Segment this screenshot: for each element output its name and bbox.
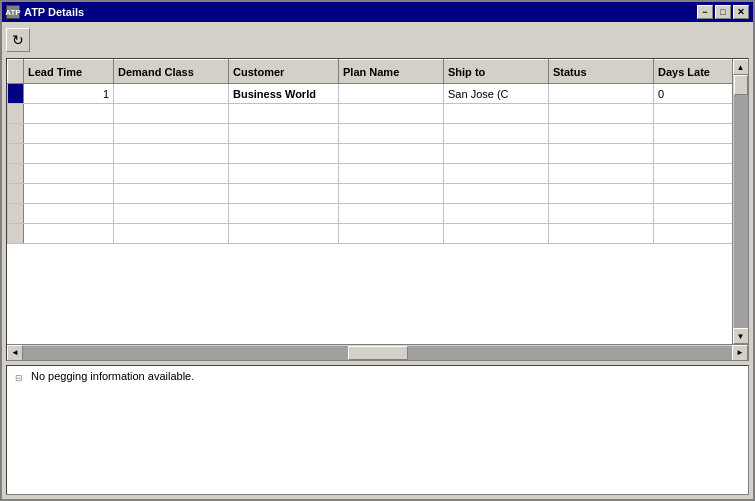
- cell-lead_time: [24, 104, 114, 124]
- cell-demand_class: [114, 124, 229, 144]
- pegging-icon: ⊟: [11, 370, 27, 386]
- close-button[interactable]: ✕: [733, 5, 749, 19]
- maximize-button[interactable]: □: [715, 5, 731, 19]
- cell-status: [549, 104, 654, 124]
- cell-ship_to: [444, 104, 549, 124]
- refresh-icon: ↻: [12, 32, 24, 48]
- table-row[interactable]: [8, 164, 733, 184]
- cell-days_late: [654, 144, 733, 164]
- cell-plan_name: [339, 164, 444, 184]
- cell-ship_to: [444, 204, 549, 224]
- table-row[interactable]: [8, 204, 733, 224]
- cell-days_late: 0: [654, 84, 733, 104]
- horizontal-scrollbar[interactable]: ◄ ►: [7, 344, 748, 360]
- cell-lead_time: [24, 184, 114, 204]
- cell-lead_time: [24, 164, 114, 184]
- cell-customer: [229, 224, 339, 244]
- scroll-right-button[interactable]: ►: [732, 345, 748, 361]
- cell-customer: [229, 104, 339, 124]
- cell-plan_name: [339, 204, 444, 224]
- cell-status: [549, 144, 654, 164]
- table-row[interactable]: 1Business WorldSan Jose (C0A: [8, 84, 733, 104]
- cell-plan_name: [339, 224, 444, 244]
- cell-demand_class: [114, 104, 229, 124]
- scroll-track-horizontal[interactable]: [23, 346, 732, 360]
- cell-days_late: [654, 224, 733, 244]
- scroll-track-vertical[interactable]: [734, 75, 748, 328]
- cell-customer: [229, 204, 339, 224]
- header-days-late[interactable]: Days Late: [654, 60, 733, 84]
- toolbar: ↻: [6, 26, 749, 54]
- cell-customer: [229, 164, 339, 184]
- header-plan-name[interactable]: Plan Name: [339, 60, 444, 84]
- table-inner: Lead Time Demand Class Customer Plan Nam…: [7, 59, 732, 344]
- title-bar-left: ATP ATP Details: [6, 5, 84, 19]
- cell-customer: Business World: [229, 84, 339, 104]
- cell-customer: [229, 124, 339, 144]
- table-row[interactable]: [8, 224, 733, 244]
- refresh-button[interactable]: ↻: [6, 28, 30, 52]
- cell-status: [549, 84, 654, 104]
- cell-demand_class: [114, 224, 229, 244]
- table-row[interactable]: [8, 144, 733, 164]
- cell-plan_name: [339, 104, 444, 124]
- cell-days_late: [654, 104, 733, 124]
- cell-demand_class: [114, 184, 229, 204]
- header-ship-to[interactable]: Ship to: [444, 60, 549, 84]
- pegging-message: No pegging information available.: [31, 370, 194, 382]
- cell-plan_name: [339, 124, 444, 144]
- table-row[interactable]: [8, 124, 733, 144]
- cell-ship_to: [444, 144, 549, 164]
- header-lead-time[interactable]: Lead Time: [24, 60, 114, 84]
- cell-lead_time: [24, 224, 114, 244]
- header-status[interactable]: Status: [549, 60, 654, 84]
- cell-lead_time: [24, 124, 114, 144]
- title-bar: ATP ATP Details − □ ✕: [2, 2, 753, 22]
- cell-demand_class: [114, 144, 229, 164]
- cell-status: [549, 124, 654, 144]
- cell-demand_class: [114, 84, 229, 104]
- table-row[interactable]: [8, 104, 733, 124]
- window-content: ↻ Lead Time Demand Class Customer Plan N…: [2, 22, 753, 499]
- window-title: ATP Details: [24, 6, 84, 18]
- cell-days_late: [654, 204, 733, 224]
- cell-days_late: [654, 184, 733, 204]
- scroll-down-button[interactable]: ▼: [733, 328, 749, 344]
- cell-ship_to: [444, 224, 549, 244]
- cell-days_late: [654, 124, 733, 144]
- scroll-thumb-vertical[interactable]: [734, 75, 748, 95]
- cell-lead_time: [24, 204, 114, 224]
- cell-plan_name: [339, 144, 444, 164]
- cell-ship_to: San Jose (C: [444, 84, 549, 104]
- window-icon: ATP: [6, 5, 20, 19]
- scroll-thumb-horizontal[interactable]: [348, 346, 408, 360]
- scroll-left-button[interactable]: ◄: [7, 345, 23, 361]
- cell-demand_class: [114, 164, 229, 184]
- cell-customer: [229, 184, 339, 204]
- data-table: Lead Time Demand Class Customer Plan Nam…: [7, 59, 732, 244]
- cell-status: [549, 204, 654, 224]
- scroll-up-button[interactable]: ▲: [733, 59, 749, 75]
- cell-plan_name: [339, 184, 444, 204]
- table-wrapper: Lead Time Demand Class Customer Plan Nam…: [7, 59, 748, 344]
- header-selector: [8, 60, 24, 84]
- title-buttons: − □ ✕: [697, 5, 749, 19]
- cell-customer: [229, 144, 339, 164]
- cell-days_late: [654, 164, 733, 184]
- header-customer[interactable]: Customer: [229, 60, 339, 84]
- vertical-scrollbar[interactable]: ▲ ▼: [732, 59, 748, 344]
- cell-demand_class: [114, 204, 229, 224]
- cell-lead_time: [24, 144, 114, 164]
- cell-ship_to: [444, 164, 549, 184]
- table-header-row: Lead Time Demand Class Customer Plan Nam…: [8, 60, 733, 84]
- minimize-button[interactable]: −: [697, 5, 713, 19]
- cell-status: [549, 164, 654, 184]
- atp-details-window: ATP ATP Details − □ ✕ ↻: [0, 0, 755, 501]
- cell-status: [549, 184, 654, 204]
- table-row[interactable]: [8, 184, 733, 204]
- header-demand-class[interactable]: Demand Class: [114, 60, 229, 84]
- cell-status: [549, 224, 654, 244]
- data-table-container: Lead Time Demand Class Customer Plan Nam…: [6, 58, 749, 361]
- cell-lead_time: 1: [24, 84, 114, 104]
- cell-plan_name: [339, 84, 444, 104]
